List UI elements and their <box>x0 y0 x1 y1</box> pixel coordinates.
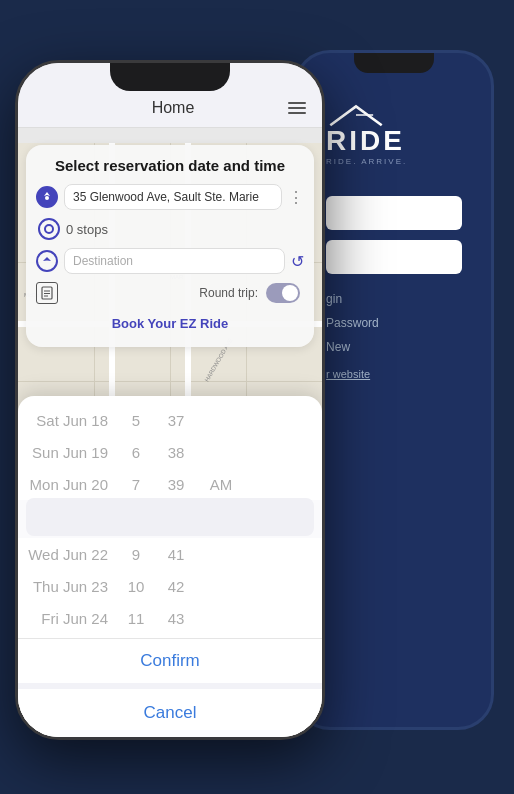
overlay-title: Select reservation date and time <box>36 157 304 174</box>
picker-hour: 8 <box>116 508 156 531</box>
picker-day: Sat Jun 18 <box>26 412 116 429</box>
back-phone-content: RIDE RIDE. ARRIVE. gin Password New r we… <box>297 53 491 380</box>
picker-cancel-row: Cancel <box>18 683 322 737</box>
phone-screen: Home EASTERN AVE DIBBS ST CENTRE ST H <box>18 63 322 737</box>
roundtrip-toggle[interactable] <box>266 283 300 303</box>
picker-scroll[interactable]: Sat Jun 18537Sun Jun 19638Mon Jun 20739A… <box>18 396 322 638</box>
picker-hour: 11 <box>116 610 156 627</box>
brand-area: RIDE RIDE. ARRIVE. <box>326 103 462 166</box>
app-header-title: Home <box>58 99 288 117</box>
doc-icon <box>36 282 58 304</box>
picker-hour: 6 <box>116 444 156 461</box>
password-label: Password <box>326 316 462 330</box>
website-label: r website <box>326 368 462 380</box>
login-label: gin <box>326 292 462 306</box>
picker-minute: 43 <box>156 610 196 627</box>
back-phone-notch <box>354 53 434 73</box>
new-label: New <box>326 340 462 354</box>
picker-sheet: Sat Jun 18537Sun Jun 19638Mon Jun 20739A… <box>18 396 322 737</box>
toggle-knob <box>282 285 298 301</box>
picker-hour: 5 <box>116 412 156 429</box>
brand-tagline: RIDE. ARRIVE. <box>326 157 407 166</box>
svg-point-3 <box>45 196 49 200</box>
picker-row[interactable]: Wed Jun 22941 <box>18 538 322 570</box>
picker-ampm: AM <box>196 476 246 493</box>
picker-row[interactable]: Sat Jun 18537 <box>18 404 322 436</box>
picker-hour: 10 <box>116 578 156 595</box>
picker-ampm: PM <box>196 508 246 531</box>
picker-minute: 39 <box>156 476 196 493</box>
picker-minute: 41 <box>156 546 196 563</box>
back-phone-input-2 <box>326 240 462 274</box>
roof-logo-icon <box>326 103 386 127</box>
origin-address[interactable]: 35 Glenwood Ave, Sault Ste. Marie <box>64 184 282 210</box>
picker-day: Today <box>26 508 116 531</box>
picker-rows: Sat Jun 18537Sun Jun 19638Mon Jun 20739A… <box>18 404 322 634</box>
picker-row[interactable]: Mon Jun 20739AM <box>18 468 322 500</box>
picker-row[interactable]: Today840PM <box>18 500 322 538</box>
menu-icon[interactable] <box>288 102 306 114</box>
stops-label: 0 stops <box>66 222 108 237</box>
confirm-button[interactable]: Confirm <box>30 651 310 671</box>
stops-inner-icon <box>44 224 54 234</box>
picker-day: Thu Jun 23 <box>26 578 116 595</box>
destination-input[interactable]: Destination <box>64 248 285 274</box>
cancel-button[interactable]: Cancel <box>32 703 308 723</box>
picker-minute: 38 <box>156 444 196 461</box>
origin-icon <box>36 186 58 208</box>
roundtrip-row: Round trip: <box>36 282 304 304</box>
picker-hour: 7 <box>116 476 156 493</box>
picker-day: Mon Jun 20 <box>26 476 116 493</box>
picker-row[interactable]: Thu Jun 231042 <box>18 570 322 602</box>
picker-minute: 40 <box>156 508 196 531</box>
overlay-card: Select reservation date and time 35 Glen… <box>26 145 314 347</box>
picker-confirm-row: Confirm <box>18 638 322 683</box>
picker-day: Fri Jun 24 <box>26 610 116 627</box>
destination-row: Destination ↺ <box>36 248 304 274</box>
roundtrip-label: Round trip: <box>199 286 258 300</box>
front-notch <box>110 63 230 91</box>
front-phone: Home EASTERN AVE DIBBS ST CENTRE ST H <box>15 60 325 740</box>
origin-kebab-icon[interactable]: ⋮ <box>288 188 304 207</box>
origin-row: 35 Glenwood Ave, Sault Ste. Marie ⋮ <box>36 184 304 210</box>
picker-row[interactable]: Fri Jun 241143 <box>18 602 322 634</box>
brand-name: RIDE <box>326 127 405 155</box>
stops-row: 0 stops <box>36 218 304 240</box>
picker-day: Wed Jun 22 <box>26 546 116 563</box>
book-button[interactable]: Book Your EZ Ride <box>36 312 304 335</box>
picker-minute: 42 <box>156 578 196 595</box>
picker-hour: 9 <box>116 546 156 563</box>
destination-icon <box>36 250 58 272</box>
stops-circle-icon <box>38 218 60 240</box>
picker-day: Sun Jun 19 <box>26 444 116 461</box>
back-phone-input-1 <box>326 196 462 230</box>
picker-row[interactable]: Sun Jun 19638 <box>18 436 322 468</box>
swap-icon[interactable]: ↺ <box>291 252 304 271</box>
picker-minute: 37 <box>156 412 196 429</box>
